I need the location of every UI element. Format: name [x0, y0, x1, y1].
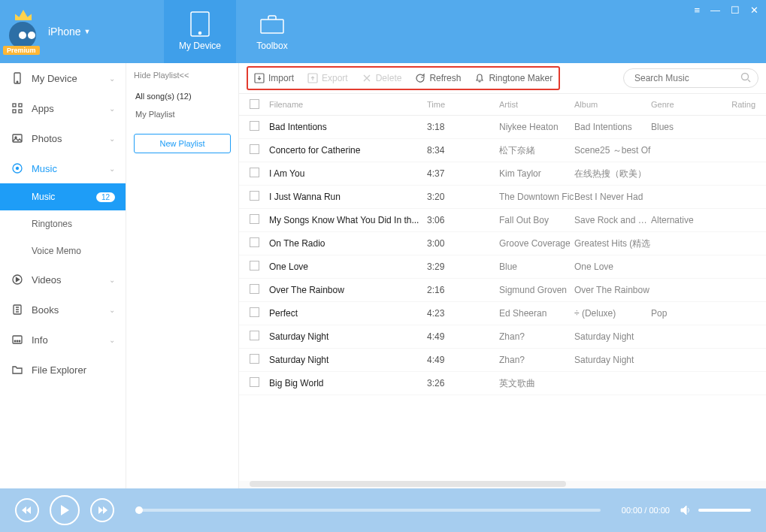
close-button[interactable]: ✕ [750, 5, 758, 16]
select-all-checkbox[interactable] [250, 99, 259, 109]
next-button[interactable] [90, 498, 114, 522]
progress-bar[interactable] [135, 509, 601, 512]
owl-icon [9, 22, 36, 49]
export-icon [307, 73, 318, 83]
sidebar-sub-ringtones[interactable]: Ringtones [0, 210, 126, 237]
col-genre[interactable]: Genre [651, 100, 708, 109]
search-input[interactable] [623, 68, 758, 88]
row-checkbox[interactable] [250, 307, 259, 317]
row-checkbox[interactable] [250, 144, 259, 154]
device-dropdown[interactable]: iPhone ▼ [48, 26, 91, 38]
row-checkbox[interactable] [250, 214, 259, 224]
cell-album: One Love [574, 261, 651, 272]
cell-album: Saturday Night [574, 331, 651, 342]
sidebar-item-music[interactable]: Music⌄ [0, 153, 126, 183]
main-content: Import Export Delete Refresh Ringtone Ma… [239, 63, 766, 488]
svg-rect-8 [19, 110, 22, 113]
sub-item-label: Music [32, 192, 55, 202]
hide-playlist-toggle[interactable]: Hide Playlist<< [134, 71, 231, 80]
table-row[interactable]: I Am You4:37Kim Taylor在线热搜（欧美） [239, 162, 766, 186]
table-row[interactable]: Concerto for Catherine8:34松下奈緒Scene25 ～b… [239, 139, 766, 162]
table-row[interactable]: Saturday Night4:49Zhan?Saturday Night [239, 349, 766, 372]
volume-control[interactable] [680, 505, 751, 515]
rewind-icon [22, 506, 32, 515]
cell-time: 3:06 [427, 215, 499, 225]
row-checkbox[interactable] [250, 261, 259, 271]
sidebar-item-apps[interactable]: Apps⌄ [0, 93, 126, 123]
svg-point-12 [17, 168, 19, 170]
forward-icon [97, 506, 107, 515]
table-row[interactable]: Over The Rainbow2:16Sigmund GrovenOver T… [239, 279, 766, 302]
cell-filename: My Songs Know What You Did In th... [269, 215, 427, 225]
table-row[interactable]: One Love3:29BlueOne Love [239, 255, 766, 279]
minimize-button[interactable]: — [710, 5, 720, 16]
playlist-item[interactable]: My Playlist [134, 105, 231, 123]
cell-filename: On The Radio [269, 238, 427, 249]
row-checkbox[interactable] [250, 237, 259, 247]
sidebar-item-videos[interactable]: Videos⌄ [0, 264, 126, 295]
table-row[interactable]: Big Big World3:26英文歌曲 [239, 372, 766, 395]
sidebar-item-my-device[interactable]: My Device⌄ [0, 63, 126, 93]
cell-filename: Over The Rainbow [269, 285, 427, 295]
row-checkbox[interactable] [250, 331, 259, 340]
cell-artist: Zhan? [499, 355, 574, 365]
row-checkbox[interactable] [250, 121, 259, 131]
playlist-panel: Hide Playlist<< All song(s) (12)My Playl… [126, 63, 239, 488]
play-button[interactable] [50, 495, 80, 525]
cell-artist: Zhan? [499, 331, 574, 342]
play-icon [59, 504, 70, 516]
app-logo: Premium [6, 14, 41, 49]
ringtone-maker-button[interactable]: Ringtone Maker [474, 73, 553, 83]
col-filename[interactable]: Filename [269, 100, 427, 109]
import-button[interactable]: Import [254, 73, 294, 83]
row-checkbox[interactable] [250, 191, 259, 201]
cell-time: 4:37 [427, 168, 499, 179]
col-time[interactable]: Time [427, 100, 499, 109]
menu-icon[interactable]: ≡ [694, 5, 700, 16]
export-button[interactable]: Export [307, 73, 348, 83]
svg-point-21 [742, 74, 749, 80]
row-checkbox[interactable] [250, 354, 259, 364]
row-checkbox[interactable] [250, 377, 259, 387]
playlist-item[interactable]: All song(s) (12) [134, 87, 231, 105]
maximize-button[interactable]: ☐ [731, 5, 740, 16]
search-icon[interactable] [740, 72, 751, 83]
music-icon [11, 162, 24, 174]
chevron-down-icon: ⌄ [109, 104, 115, 113]
col-artist[interactable]: Artist [499, 100, 574, 109]
cell-filename: I Just Wanna Run [269, 192, 427, 202]
sidebar-item-file-explorer[interactable]: File Explorer [0, 355, 126, 385]
tablet-icon [189, 11, 210, 38]
horizontal-scrollbar[interactable] [239, 481, 766, 488]
sidebar-item-photos[interactable]: Photos⌄ [0, 123, 126, 153]
table-row[interactable]: Bad Intentions3:18Niykee HeatonBad Inten… [239, 116, 766, 139]
table-row[interactable]: I Just Wanna Run3:20The Downtown FicBest… [239, 186, 766, 209]
delete-button[interactable]: Delete [362, 73, 402, 83]
sidebar-item-info[interactable]: Info⌄ [0, 325, 126, 355]
refresh-button[interactable]: Refresh [415, 73, 461, 83]
progress-knob[interactable] [135, 506, 143, 514]
table-row[interactable]: Perfect4:23Ed Sheeran÷ (Deluxe)Pop [239, 302, 766, 325]
sidebar-sub-voice-memo[interactable]: Voice Memo [0, 237, 126, 264]
table-row[interactable]: Saturday Night4:49Zhan?Saturday Night [239, 325, 766, 349]
sidebar-sub-music[interactable]: Music12 [0, 183, 126, 210]
import-label: Import [268, 73, 294, 83]
cell-time: 4:23 [427, 308, 499, 319]
col-rating[interactable]: Rating [708, 100, 766, 109]
sidebar-item-books[interactable]: Books⌄ [0, 295, 126, 325]
volume-bar[interactable] [698, 509, 751, 512]
cell-album: Save Rock and Rol [574, 215, 651, 225]
row-checkbox[interactable] [250, 168, 259, 177]
col-album[interactable]: Album [574, 100, 651, 109]
count-badge: 12 [96, 192, 115, 202]
export-label: Export [322, 73, 348, 83]
prev-button[interactable] [15, 498, 39, 522]
row-checkbox[interactable] [250, 284, 259, 294]
tab-my-device[interactable]: My Device [164, 0, 236, 63]
tab-toolbox[interactable]: Toolbox [236, 0, 308, 63]
cell-time: 8:34 [427, 145, 499, 156]
table-row[interactable]: On The Radio3:00Groove CoverageGreatest … [239, 232, 766, 255]
new-playlist-button[interactable]: New Playlist [134, 134, 231, 153]
table-row[interactable]: My Songs Know What You Did In th...3:06F… [239, 209, 766, 232]
cell-album: Saturday Night [574, 355, 651, 365]
